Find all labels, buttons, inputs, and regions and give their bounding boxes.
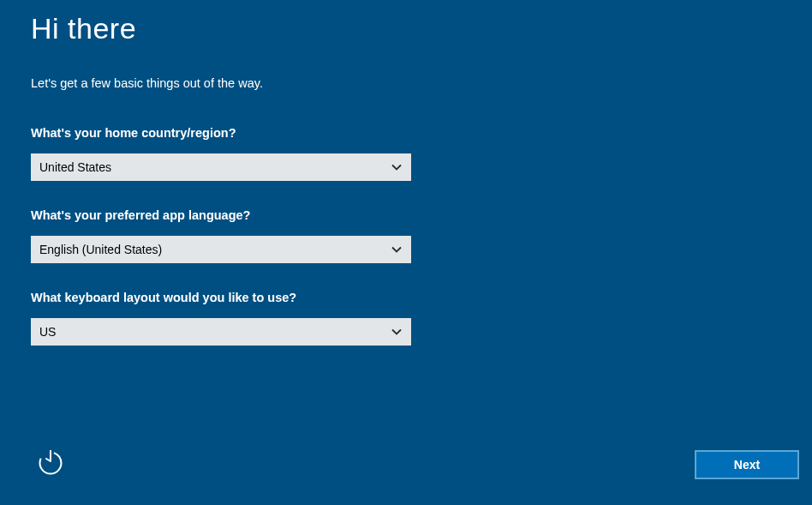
language-dropdown[interactable]: English (United States) <box>31 236 411 263</box>
next-button[interactable]: Next <box>696 451 798 478</box>
country-dropdown[interactable]: United States <box>31 153 411 181</box>
page-title: Hi there <box>31 12 781 45</box>
chevron-down-icon <box>391 243 403 256</box>
keyboard-dropdown-value: US <box>39 325 391 339</box>
keyboard-field-group: What keyboard layout would you like to u… <box>31 291 781 346</box>
chevron-down-icon <box>391 326 403 338</box>
ease-of-access-icon <box>38 450 63 479</box>
page-subtitle: Let's get a few basic things out of the … <box>31 76 781 90</box>
language-dropdown-value: English (United States) <box>39 243 391 256</box>
country-field-group: What's your home country/region? United … <box>31 126 781 181</box>
keyboard-label: What keyboard layout would you like to u… <box>31 291 781 304</box>
ease-of-access-button[interactable] <box>38 450 63 479</box>
chevron-down-icon <box>391 161 403 173</box>
language-field-group: What's your preferred app language? Engl… <box>31 208 781 263</box>
country-label: What's your home country/region? <box>31 126 781 140</box>
language-label: What's your preferred app language? <box>31 208 781 222</box>
keyboard-dropdown[interactable]: US <box>31 318 411 346</box>
country-dropdown-value: United States <box>39 160 391 174</box>
footer: Next <box>0 450 812 479</box>
